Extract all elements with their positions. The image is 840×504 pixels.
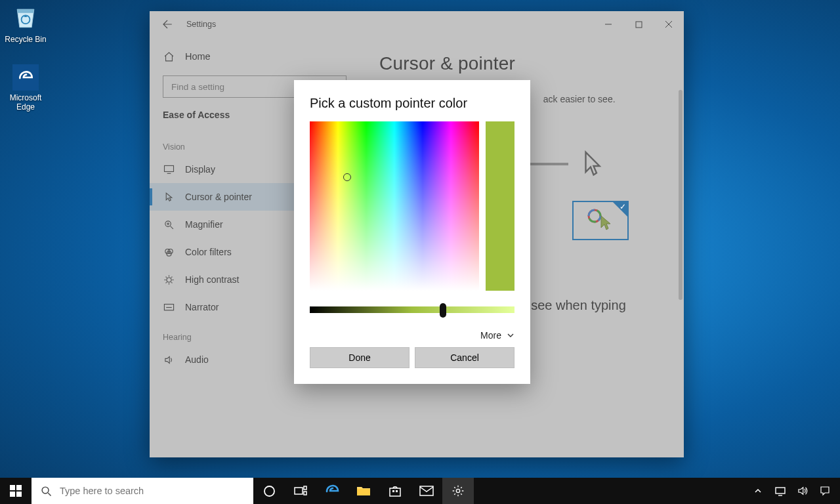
svg-point-34 — [264, 486, 274, 496]
cancel-button[interactable]: Cancel — [415, 347, 514, 368]
tray-overflow[interactable] — [747, 487, 769, 495]
volume-icon — [797, 485, 808, 497]
system-tray — [747, 478, 840, 504]
luminance-knob[interactable] — [440, 303, 446, 318]
task-view-button[interactable] — [285, 478, 316, 504]
taskbar-search[interactable] — [32, 478, 253, 504]
color-preview — [486, 121, 514, 291]
svg-rect-30 — [10, 492, 15, 497]
windows-icon — [10, 485, 22, 497]
desktop-icon-label: Microsoft Edge — [0, 93, 51, 112]
edge-icon — [324, 483, 340, 499]
svg-rect-38 — [357, 489, 370, 495]
done-button[interactable]: Done — [310, 347, 410, 368]
svg-rect-39 — [390, 488, 400, 496]
recycle-bin-icon — [11, 3, 40, 32]
chevron-up-icon — [754, 487, 762, 495]
svg-line-33 — [48, 493, 51, 495]
search-icon — [41, 486, 52, 497]
more-toggle[interactable]: More — [310, 330, 514, 341]
gear-icon — [452, 484, 465, 497]
desktop: Recycle Bin Microsoft Edge Settings Home — [0, 0, 840, 504]
desktop-icon-label: Recycle Bin — [0, 35, 51, 44]
taskbar — [0, 478, 840, 504]
svg-point-43 — [456, 489, 459, 492]
store-icon — [388, 484, 402, 497]
color-picker-dialog: Pick a custom pointer color More Done Ca… — [294, 80, 530, 384]
sv-selection-ring[interactable] — [343, 173, 351, 181]
cortana-button[interactable] — [253, 478, 285, 504]
dialog-title: Pick a custom pointer color — [310, 96, 514, 111]
svg-rect-44 — [776, 488, 785, 494]
svg-rect-36 — [304, 486, 306, 490]
tray-action-center[interactable] — [814, 485, 836, 497]
taskbar-app-explorer[interactable] — [348, 478, 379, 504]
edge-icon — [12, 64, 39, 91]
taskbar-app-edge[interactable] — [316, 478, 348, 504]
saturation-value-picker[interactable] — [310, 121, 479, 291]
svg-rect-35 — [295, 488, 303, 494]
svg-rect-40 — [392, 490, 394, 492]
mail-icon — [419, 486, 434, 496]
start-button[interactable] — [0, 478, 32, 504]
network-icon — [774, 486, 786, 496]
action-center-icon — [819, 485, 831, 497]
cortana-icon — [263, 485, 276, 497]
desktop-icon-edge[interactable]: Microsoft Edge — [0, 64, 51, 112]
task-view-icon — [294, 486, 307, 496]
svg-rect-28 — [10, 485, 15, 490]
svg-point-32 — [42, 487, 49, 494]
tray-network[interactable] — [769, 486, 791, 496]
taskbar-app-store[interactable] — [379, 478, 411, 504]
taskbar-app-mail[interactable] — [411, 478, 442, 504]
chevron-down-icon — [507, 331, 514, 339]
taskbar-search-input[interactable] — [60, 486, 244, 496]
svg-rect-42 — [420, 486, 433, 495]
svg-rect-29 — [16, 485, 22, 490]
taskbar-app-settings[interactable] — [442, 478, 474, 504]
luminance-slider[interactable] — [310, 306, 514, 313]
check-icon: ✓ — [620, 202, 626, 211]
folder-icon — [356, 485, 371, 497]
tray-volume[interactable] — [791, 485, 814, 497]
svg-rect-31 — [16, 492, 22, 497]
desktop-icon-recycle-bin[interactable]: Recycle Bin — [0, 3, 51, 44]
svg-rect-37 — [304, 492, 306, 495]
svg-rect-41 — [396, 490, 398, 492]
